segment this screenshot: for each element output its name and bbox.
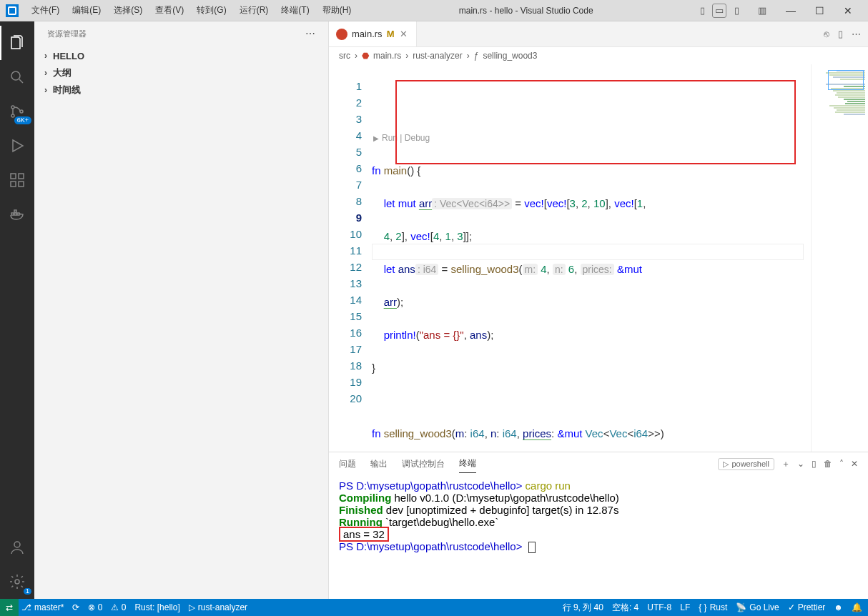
activity-account[interactable]: [0, 530, 34, 565]
sidebar-actions[interactable]: ⋯: [305, 28, 315, 39]
code-content[interactable]: ▶Run | Debug fn main() { let mut arr: Ve…: [372, 64, 811, 452]
activity-debug[interactable]: [0, 129, 34, 163]
panel: 问题 输出 调试控制台 终端 ▷ powershell ＋ ⌄ ▯ 🗑 ˄ ✕ …: [329, 452, 868, 599]
svg-point-12: [14, 542, 20, 547]
tree-outline[interactable]: ›大纲: [34, 64, 328, 81]
menubar: 文件(F) 编辑(E) 选择(S) 查看(V) 转到(G) 运行(R) 终端(T…: [26, 3, 357, 18]
activity-search[interactable]: [0, 60, 34, 94]
menu-edit[interactable]: 编辑(E): [66, 3, 107, 18]
status-language[interactable]: { } Rust: [699, 602, 727, 612]
activity-explorer[interactable]: [0, 26, 34, 60]
terminal-new-icon[interactable]: ＋: [781, 458, 790, 470]
terminal-content[interactable]: PS D:\mysetup\gopath\rustcode\hello> car…: [329, 475, 868, 599]
menu-run[interactable]: 运行(R): [234, 3, 275, 18]
terminal-profile[interactable]: ▷ powershell: [718, 458, 774, 470]
svg-rect-6: [19, 182, 24, 187]
highlight-box-main: [395, 80, 796, 164]
tab-close[interactable]: ✕: [398, 29, 409, 39]
more-actions-icon[interactable]: ⋯: [852, 29, 861, 39]
terminal-cursor: [528, 542, 536, 553]
sidebar: 资源管理器 ⋯ ›HELLO ›大纲 ›时间线: [34, 21, 329, 599]
status-prettier[interactable]: ✓ Prettier: [788, 602, 826, 612]
svg-rect-9: [14, 213, 16, 215]
breadcrumbs[interactable]: src› ⬣main.rs› rust-analyzer› ƒselling_w…: [329, 47, 868, 64]
window-close[interactable]: ✕: [834, 1, 862, 21]
panel-tab-debug-console[interactable]: 调试控制台: [402, 455, 445, 473]
menu-select[interactable]: 选择(S): [108, 3, 148, 18]
status-sync[interactable]: ⟳: [72, 602, 79, 612]
terminal-dropdown-icon[interactable]: ⌄: [797, 459, 804, 469]
status-cursor-position[interactable]: 行 9, 列 40: [563, 602, 603, 614]
svg-point-1: [11, 106, 14, 109]
editor-tabs: main.rs M ✕ ⎋ ▯ ⋯: [329, 21, 868, 47]
menu-help[interactable]: 帮助(H): [317, 3, 357, 18]
panel-tab-terminal[interactable]: 终端: [459, 454, 476, 473]
window-maximize[interactable]: ☐: [805, 1, 834, 21]
customize-layout-icon[interactable]: ▥: [755, 4, 769, 18]
tab-modified-indicator: M: [387, 29, 395, 39]
tree-folder-hello[interactable]: ›HELLO: [34, 47, 328, 64]
status-bar: ⇄ ⎇ master* ⟳ ⊗ 0 ⚠ 0 Rust: [hello] ▷ ru…: [0, 599, 868, 616]
layout-sidebar-left-icon[interactable]: ▯: [695, 4, 709, 18]
code-editor[interactable]: 12345 678910 1112131415 1617181920 ▶Run …: [329, 64, 868, 452]
line-gutter: 12345 678910 1112131415 1617181920: [329, 64, 372, 452]
status-feedback-icon[interactable]: ☻: [834, 602, 843, 612]
status-branch[interactable]: ⎇ master*: [21, 602, 64, 612]
titlebar: 文件(F) 编辑(E) 选择(S) 查看(V) 转到(G) 运行(R) 终端(T…: [0, 0, 868, 21]
svg-rect-8: [11, 213, 14, 215]
tab-label: main.rs: [352, 29, 383, 39]
menu-view[interactable]: 查看(V): [149, 3, 189, 18]
status-rust-project[interactable]: Rust: [hello]: [134, 602, 179, 612]
scm-badge: 6K+: [14, 116, 31, 124]
status-eol[interactable]: LF: [680, 602, 690, 612]
terminal-split-icon[interactable]: ▯: [812, 459, 817, 469]
svg-rect-11: [14, 210, 16, 212]
compare-changes-icon[interactable]: ⎋: [824, 29, 829, 39]
window-minimize[interactable]: —: [776, 1, 805, 21]
explorer-tree: ›HELLO ›大纲 ›时间线: [34, 46, 328, 100]
svg-point-13: [15, 580, 19, 584]
panel-close-icon[interactable]: ✕: [851, 459, 858, 469]
highlight-box-ans: ans = 32: [339, 527, 389, 542]
menu-file[interactable]: 文件(F): [26, 3, 65, 18]
tree-timeline[interactable]: ›时间线: [34, 81, 328, 99]
menu-goto[interactable]: 转到(G): [191, 3, 232, 18]
window-title: main.rs - hello - Visual Studio Code: [357, 6, 695, 16]
svg-point-2: [11, 114, 14, 117]
activity-docker[interactable]: [0, 197, 34, 232]
layout-panel-icon[interactable]: ▭: [712, 4, 726, 18]
status-warnings[interactable]: ⚠ 0: [111, 602, 126, 612]
activity-bar: 6K+ 1: [0, 21, 34, 599]
editor-group: main.rs M ✕ ⎋ ▯ ⋯ src› ⬣main.rs› rust-an…: [329, 21, 868, 599]
menu-terminal[interactable]: 终端(T): [275, 3, 315, 18]
status-bell-icon[interactable]: 🔔: [852, 602, 862, 612]
svg-rect-4: [11, 174, 16, 179]
status-errors[interactable]: ⊗ 0: [88, 602, 102, 612]
panel-tabs: 问题 输出 调试控制台 终端 ▷ powershell ＋ ⌄ ▯ 🗑 ˄ ✕: [329, 452, 868, 475]
vscode-icon: [6, 4, 19, 17]
layout-sidebar-right-icon[interactable]: ▯: [729, 4, 744, 18]
svg-rect-7: [19, 174, 24, 179]
svg-point-0: [11, 71, 20, 80]
status-rust-analyzer[interactable]: ▷ rust-analyzer: [189, 602, 247, 612]
status-indentation[interactable]: 空格: 4: [612, 602, 638, 614]
svg-rect-5: [11, 182, 16, 187]
settings-badge: 1: [24, 588, 31, 595]
activity-settings[interactable]: 1: [0, 565, 34, 599]
sidebar-title: 资源管理器 ⋯: [34, 21, 328, 46]
status-encoding[interactable]: UTF-8: [647, 602, 671, 612]
tab-main-rs[interactable]: main.rs M ✕: [329, 21, 417, 46]
rust-file-icon: [336, 29, 347, 40]
status-remote[interactable]: ⇄: [0, 599, 19, 616]
activity-source-control[interactable]: 6K+: [0, 94, 34, 129]
terminal-kill-icon[interactable]: 🗑: [824, 459, 832, 469]
status-go-live[interactable]: 📡 Go Live: [736, 602, 779, 612]
panel-maximize-icon[interactable]: ˄: [839, 459, 844, 469]
layout-controls: ▯ ▭ ▯ ▥: [695, 4, 769, 18]
panel-tab-output[interactable]: 输出: [370, 455, 388, 473]
panel-tab-problems[interactable]: 问题: [339, 455, 356, 473]
split-editor-icon[interactable]: ▯: [838, 29, 843, 39]
activity-extensions[interactable]: [0, 163, 34, 197]
minimap[interactable]: [811, 64, 868, 452]
